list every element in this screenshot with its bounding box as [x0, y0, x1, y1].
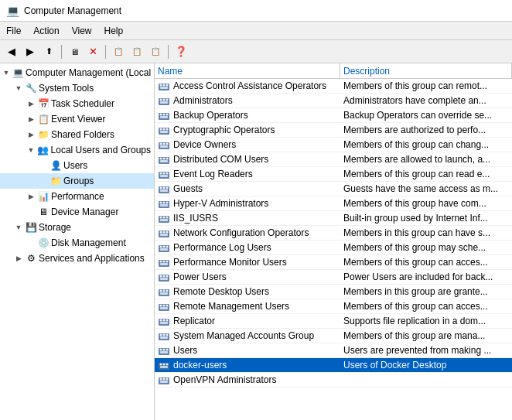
svg-point-8	[166, 99, 169, 101]
sidebar-item-local-users[interactable]: ▼ 👥 Local Users and Groups	[0, 142, 154, 158]
table-row[interactable]: Hyper-V AdministratorsMembers of this gr…	[155, 196, 512, 211]
expander-services-apps[interactable]: ▶	[12, 252, 25, 265]
menu-file[interactable]: File	[0, 23, 27, 39]
back-button[interactable]: ◀	[3, 43, 20, 60]
table-row[interactable]: Backup OperatorsBackup Operators can ove…	[155, 108, 512, 123]
shared-folders-icon: 📁	[37, 128, 49, 141]
table-row[interactable]: Cryptographic OperatorsMembers are autho…	[155, 123, 512, 138]
group-icon	[158, 138, 170, 151]
group-icon	[158, 153, 170, 166]
group-icon	[158, 374, 170, 386]
refresh-button[interactable]: 📋	[128, 43, 145, 60]
sidebar-item-storage[interactable]: ▼ 💾 Storage	[0, 220, 154, 235]
expander-task-scheduler[interactable]: ▶	[25, 97, 37, 110]
svg-point-58	[166, 246, 169, 248]
sidebar-item-device-manager[interactable]: 🖥 Device Manager	[0, 204, 154, 220]
row-name-text: docker-users	[173, 360, 227, 370]
expander-computer-mgmt[interactable]: ▼	[0, 67, 12, 79]
row-name-text: OpenVPN Administrators	[173, 374, 276, 385]
svg-point-86	[160, 334, 162, 336]
properties-button[interactable]: 📋	[110, 43, 127, 60]
row-name-text: Backup Operators	[173, 110, 248, 121]
row-name-cell: Network Configuration Operators	[155, 227, 340, 239]
table-row[interactable]: Performance Log UsersMembers of this gro…	[155, 241, 512, 255]
row-name-text: Device Owners	[173, 139, 236, 150]
expander-shared-folders[interactable]: ▶	[25, 128, 37, 141]
table-row[interactable]: Network Configuration OperatorsMembers i…	[155, 226, 512, 241]
expander-groups	[37, 175, 49, 187]
sidebar-item-computer-mgmt[interactable]: ▼ 💻 Computer Management (Local	[0, 65, 154, 80]
svg-point-77	[163, 305, 166, 307]
row-name-text: Cryptographic Operators	[173, 125, 275, 135]
table-row[interactable]: Device OwnersMembers of this group can c…	[155, 138, 512, 152]
table-row[interactable]: OpenVPN Administrators	[155, 373, 512, 388]
table-row[interactable]: Power UsersPower Users are included for …	[155, 270, 512, 285]
group-icon	[158, 300, 170, 312]
row-name-cell: OpenVPN Administrators	[155, 374, 340, 386]
help-button[interactable]: ❓	[172, 43, 189, 60]
sidebar-label-performance: Performance	[51, 191, 104, 202]
table-row[interactable]: ReplicatorSupports file replication in a…	[155, 314, 512, 329]
sidebar-item-users[interactable]: 👤 Users	[0, 158, 154, 173]
row-name-text: Event Log Readers	[173, 169, 253, 179]
forward-button[interactable]: ▶	[22, 43, 39, 60]
svg-rect-74	[160, 292, 168, 295]
group-icon	[158, 227, 170, 239]
row-name-text: Power Users	[173, 271, 227, 282]
table-row[interactable]: Event Log ReadersMembers of this group c…	[155, 167, 512, 182]
sidebar-item-shared-folders[interactable]: ▶ 📁 Shared Folders	[0, 127, 154, 142]
row-name-cell: docker-users	[155, 359, 340, 371]
delete-button[interactable]: ✕	[84, 43, 101, 60]
sidebar-item-performance[interactable]: ▶ 📊 Performance	[0, 189, 154, 204]
sidebar-item-event-viewer[interactable]: ▶ 📋 Event Viewer	[0, 111, 154, 127]
table-row[interactable]: Remote Desktop UsersMembers in this grou…	[155, 285, 512, 299]
col-header-description[interactable]: Description	[340, 63, 512, 78]
table-row[interactable]: Performance Monitor UsersMembers of this…	[155, 255, 512, 270]
expander-storage[interactable]: ▼	[12, 221, 25, 234]
show-hide-button[interactable]: 🖥	[66, 43, 83, 60]
row-name-cell: Performance Log Users	[155, 241, 340, 254]
expander-device-manager	[25, 206, 37, 218]
expander-local-users[interactable]: ▼	[25, 144, 37, 156]
svg-point-48	[166, 217, 169, 219]
svg-point-93	[166, 349, 169, 351]
table-row[interactable]: IIS_IUSRSBuilt-in group used by Internet…	[155, 211, 512, 226]
row-name-text: Access Control Assistance Operators	[173, 80, 326, 91]
sidebar-item-groups[interactable]: 📁 Groups	[0, 173, 154, 189]
sidebar-item-disk-mgmt[interactable]: 💿 Disk Management	[0, 235, 154, 251]
expander-performance[interactable]: ▶	[25, 190, 37, 203]
table-row[interactable]: AdministratorsAdministrators have comple…	[155, 94, 512, 108]
table-row[interactable]: Access Control Assistance OperatorsMembe…	[155, 79, 512, 94]
svg-point-21	[160, 143, 162, 145]
svg-rect-89	[160, 336, 168, 339]
groups-icon: 📁	[49, 175, 62, 187]
expander-event-viewer[interactable]: ▶	[25, 113, 37, 125]
row-desc-text: Members are authorized to perfo...	[340, 125, 512, 135]
menu-help[interactable]: Help	[98, 23, 130, 39]
table-row[interactable]: GuestsGuests have the same access as m..…	[155, 182, 512, 196]
sidebar-item-task-scheduler[interactable]: ▶ 📅 Task Scheduler	[0, 96, 154, 111]
svg-point-88	[166, 334, 169, 336]
up-button[interactable]: ⬆	[40, 43, 57, 60]
row-desc-text: Members of this group can acces...	[340, 301, 512, 312]
expander-system-tools[interactable]: ▼	[12, 82, 25, 94]
table-row[interactable]: UsersUsers are prevented from making ...	[155, 343, 512, 358]
menu-action[interactable]: Action	[27, 23, 65, 39]
svg-point-46	[160, 217, 162, 219]
menu-view[interactable]: View	[66, 23, 98, 39]
main-area: ▼ 💻 Computer Management (Local ▼ 🔧 Syste…	[0, 63, 512, 420]
sidebar-item-system-tools[interactable]: ▼ 🔧 System Tools	[0, 80, 154, 96]
svg-rect-84	[160, 322, 168, 324]
table-row[interactable]: System Managed Accounts GroupMembers of …	[155, 329, 512, 343]
group-icon	[158, 330, 170, 342]
row-desc-text: Members of this group can read e...	[340, 169, 512, 179]
svg-rect-29	[160, 160, 168, 162]
svg-point-97	[163, 364, 166, 366]
table-row[interactable]: Distributed COM UsersMembers are allowed…	[155, 152, 512, 167]
table-row[interactable]: docker-usersUsers of Docker Desktop	[155, 358, 512, 373]
table-row[interactable]: Remote Management UsersMembers of this g…	[155, 299, 512, 314]
svg-point-73	[166, 290, 169, 292]
export-button[interactable]: 📋	[147, 43, 164, 60]
col-header-name[interactable]: Name	[155, 63, 340, 78]
sidebar-item-services-apps[interactable]: ▶ ⚙ Services and Applications	[0, 251, 154, 266]
